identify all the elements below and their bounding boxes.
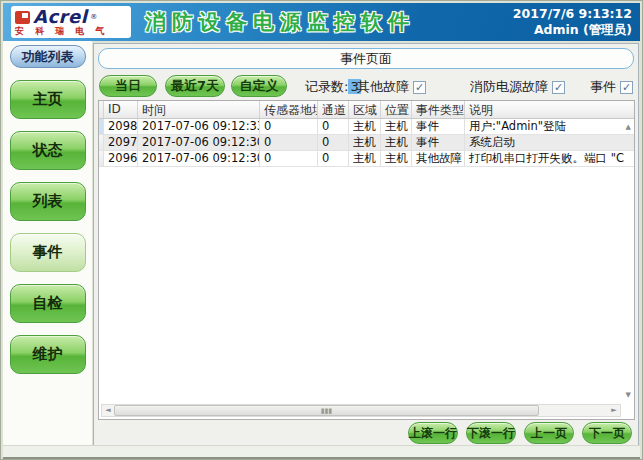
col-header-time[interactable]: 时间 — [138, 101, 260, 118]
other-fault-filter: 其他故障 ✓ — [357, 78, 426, 96]
cell-position: 主机 — [381, 151, 412, 166]
cell-type: 事件 — [412, 135, 465, 150]
pager-bar: 上滚一行 下滚一行 上一页 下一页 — [408, 422, 632, 444]
acrel-logo-icon — [15, 11, 30, 24]
cell-channel: 0 — [318, 135, 349, 150]
col-header-area[interactable]: 区域 — [349, 101, 381, 118]
cell-description: 打印机串口打开失败。端口 "C — [465, 151, 634, 166]
cell-id: 2097 — [104, 135, 138, 150]
table-row[interactable]: 2096 2017-07-06 09:12:30.033 0 0 主机 主机 其… — [99, 151, 634, 167]
col-header-id[interactable]: ID — [104, 101, 138, 118]
sidebar-item-events[interactable]: 事件 — [10, 233, 86, 272]
fire-power-fault-label: 消防电源故障 — [470, 78, 548, 96]
cell-position: 主机 — [381, 119, 412, 134]
fire-power-fault-filter: 消防电源故障 ✓ — [470, 78, 565, 96]
cell-description: 用户:"Admin"登陆 — [465, 119, 634, 134]
event-page-panel: 事件页面 当日 最近7天 自定义 记录数:3 其他故障 ✓ 消防电源故障 ✓ 事… — [93, 43, 639, 446]
sidebar-item-home[interactable]: 主页 — [10, 80, 86, 119]
registered-mark: ® — [90, 13, 97, 21]
cell-time: 2017-07-06 09:12:33.657 — [138, 119, 260, 134]
logo-subtitle: 安 科 瑞 电 气 — [15, 26, 127, 37]
scroll-down-row-button[interactable]: 下滚一行 — [466, 422, 516, 444]
other-fault-label: 其他故障 — [357, 78, 409, 96]
status-strip — [3, 445, 640, 459]
custom-range-button[interactable]: 自定义 — [231, 75, 287, 97]
last7days-button[interactable]: 最近7天 — [165, 75, 225, 97]
app-title: 消防设备电源监控软件 — [145, 3, 415, 41]
cell-sensor: 0 — [260, 119, 318, 134]
table-header-row: ID 时间 传感器地址 通道 区域 位置 事件类型 说明 — [99, 101, 634, 119]
event-checkbox[interactable]: ✓ — [620, 81, 633, 94]
sidebar-item-list[interactable]: 列表 — [10, 182, 86, 221]
title-bar: Acrel ® 安 科 瑞 电 气 消防设备电源监控软件 2017/7/6 9:… — [3, 3, 640, 41]
sidebar-header: 功能列表 — [10, 45, 86, 68]
cell-sensor: 0 — [260, 151, 318, 166]
other-fault-checkbox[interactable]: ✓ — [413, 81, 426, 94]
event-table: ID 时间 传感器地址 通道 区域 位置 事件类型 说明 2098 2017-0… — [98, 100, 635, 420]
acrel-logo: Acrel ® 安 科 瑞 电 气 — [11, 6, 131, 38]
next-page-button[interactable]: 下一页 — [582, 422, 632, 444]
current-user-label: Admin (管理员) — [513, 22, 632, 38]
sidebar-item-selfcheck[interactable]: 自检 — [10, 284, 86, 323]
scroll-up-icon[interactable]: ▲ — [626, 123, 631, 131]
scrollbar-thumb[interactable]: ▮▮▮ — [114, 405, 539, 416]
sidebar: 功能列表 主页 状态 列表 事件 自检 维护 V1.0.0 — [3, 41, 92, 445]
col-header-description[interactable]: 说明 — [465, 101, 634, 118]
scrollbar-track[interactable]: ▮▮▮ — [114, 405, 608, 416]
record-count-label: 记录数: — [305, 79, 348, 94]
cell-sensor: 0 — [260, 135, 318, 150]
logo-brand-text: Acrel — [33, 9, 87, 25]
cell-area: 主机 — [349, 151, 381, 166]
filter-bar: 当日 最近7天 自定义 记录数:3 其他故障 ✓ 消防电源故障 ✓ 事件 ✓ — [94, 74, 638, 98]
scroll-up-row-button[interactable]: 上滚一行 — [408, 422, 458, 444]
scroll-right-icon[interactable]: ► — [608, 405, 620, 416]
horizontal-scrollbar[interactable]: ◄ ▮▮▮ ► — [101, 404, 621, 417]
cell-time: 2017-07-06 09:12:30.033 — [138, 151, 260, 166]
col-header-position[interactable]: 位置 — [381, 101, 412, 118]
col-header-channel[interactable]: 通道 — [318, 101, 349, 118]
datetime-label: 2017/7/6 9:13:12 — [513, 6, 632, 22]
app-window: Acrel ® 安 科 瑞 电 气 消防设备电源监控软件 2017/7/6 9:… — [0, 0, 643, 460]
col-header-type[interactable]: 事件类型 — [412, 101, 465, 118]
table-row[interactable]: 2098 2017-07-06 09:12:33.657 0 0 主机 主机 事… — [99, 119, 634, 135]
scroll-left-icon[interactable]: ◄ — [102, 405, 114, 416]
sidebar-item-maintenance[interactable]: 维护 — [10, 335, 86, 374]
cell-type: 其他故障 — [412, 151, 465, 166]
table-row[interactable]: 2097 2017-07-06 09:12:30.123 0 0 主机 主机 事… — [99, 135, 634, 151]
today-button[interactable]: 当日 — [99, 75, 157, 97]
cell-description: 系统启动 — [465, 135, 634, 150]
cell-channel: 0 — [318, 119, 349, 134]
col-header-sensor[interactable]: 传感器地址 — [260, 101, 318, 118]
header-info: 2017/7/6 9:13:12 Admin (管理员) — [513, 6, 632, 38]
fire-power-fault-checkbox[interactable]: ✓ — [552, 81, 565, 94]
cell-type: 事件 — [412, 119, 465, 134]
sidebar-item-status[interactable]: 状态 — [10, 131, 86, 170]
cell-area: 主机 — [349, 135, 381, 150]
page-title: 事件页面 — [98, 48, 634, 69]
event-filter-label: 事件 — [590, 78, 616, 96]
record-count: 记录数:3 — [305, 78, 361, 96]
cell-id: 2098 — [104, 119, 138, 134]
cell-time: 2017-07-06 09:12:30.123 — [138, 135, 260, 150]
scroll-down-icon[interactable]: ▼ — [626, 391, 631, 399]
cell-area: 主机 — [349, 119, 381, 134]
cell-position: 主机 — [381, 135, 412, 150]
prev-page-button[interactable]: 上一页 — [524, 422, 574, 444]
cell-channel: 0 — [318, 151, 349, 166]
event-filter: 事件 ✓ — [590, 78, 633, 96]
cell-id: 2096 — [104, 151, 138, 166]
